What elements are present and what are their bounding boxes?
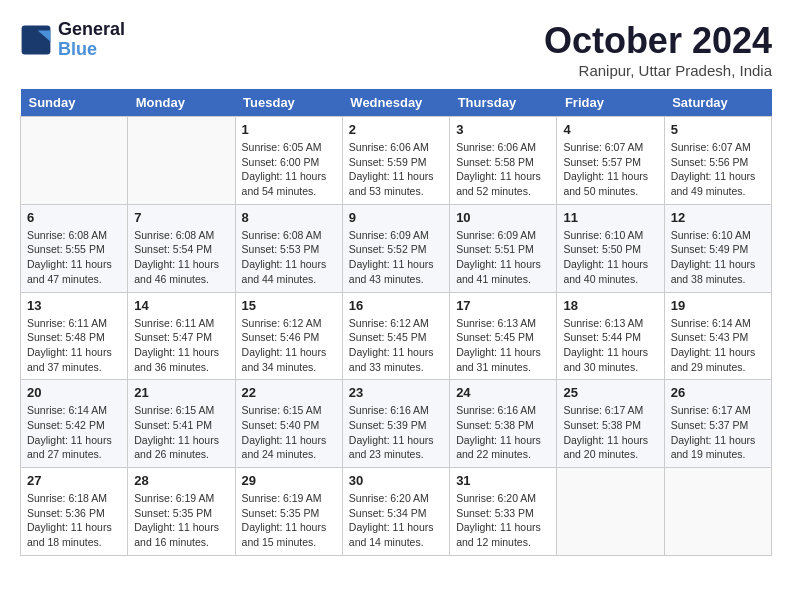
svg-rect-0 <box>22 25 51 54</box>
cell-details: Sunrise: 6:17 AM Sunset: 5:37 PM Dayligh… <box>671 403 765 462</box>
calendar-cell: 25Sunrise: 6:17 AM Sunset: 5:38 PM Dayli… <box>557 380 664 468</box>
day-number: 27 <box>27 473 121 488</box>
cell-details: Sunrise: 6:14 AM Sunset: 5:42 PM Dayligh… <box>27 403 121 462</box>
logo-icon <box>20 24 52 56</box>
day-header-sunday: Sunday <box>21 89 128 117</box>
day-number: 30 <box>349 473 443 488</box>
calendar-cell <box>21 117 128 205</box>
day-number: 10 <box>456 210 550 225</box>
day-number: 28 <box>134 473 228 488</box>
cell-details: Sunrise: 6:06 AM Sunset: 5:58 PM Dayligh… <box>456 140 550 199</box>
day-number: 25 <box>563 385 657 400</box>
cell-details: Sunrise: 6:16 AM Sunset: 5:39 PM Dayligh… <box>349 403 443 462</box>
calendar-cell: 29Sunrise: 6:19 AM Sunset: 5:35 PM Dayli… <box>235 468 342 556</box>
calendar-cell: 12Sunrise: 6:10 AM Sunset: 5:49 PM Dayli… <box>664 204 771 292</box>
cell-details: Sunrise: 6:12 AM Sunset: 5:46 PM Dayligh… <box>242 316 336 375</box>
calendar-cell: 28Sunrise: 6:19 AM Sunset: 5:35 PM Dayli… <box>128 468 235 556</box>
calendar-cell: 7Sunrise: 6:08 AM Sunset: 5:54 PM Daylig… <box>128 204 235 292</box>
cell-details: Sunrise: 6:15 AM Sunset: 5:41 PM Dayligh… <box>134 403 228 462</box>
calendar-cell: 22Sunrise: 6:15 AM Sunset: 5:40 PM Dayli… <box>235 380 342 468</box>
calendar-cell <box>664 468 771 556</box>
calendar-cell: 9Sunrise: 6:09 AM Sunset: 5:52 PM Daylig… <box>342 204 449 292</box>
cell-details: Sunrise: 6:20 AM Sunset: 5:33 PM Dayligh… <box>456 491 550 550</box>
day-number: 15 <box>242 298 336 313</box>
day-number: 20 <box>27 385 121 400</box>
cell-details: Sunrise: 6:11 AM Sunset: 5:47 PM Dayligh… <box>134 316 228 375</box>
cell-details: Sunrise: 6:14 AM Sunset: 5:43 PM Dayligh… <box>671 316 765 375</box>
day-number: 1 <box>242 122 336 137</box>
day-header-monday: Monday <box>128 89 235 117</box>
cell-details: Sunrise: 6:11 AM Sunset: 5:48 PM Dayligh… <box>27 316 121 375</box>
calendar-cell: 4Sunrise: 6:07 AM Sunset: 5:57 PM Daylig… <box>557 117 664 205</box>
calendar-cell: 31Sunrise: 6:20 AM Sunset: 5:33 PM Dayli… <box>450 468 557 556</box>
calendar-cell: 24Sunrise: 6:16 AM Sunset: 5:38 PM Dayli… <box>450 380 557 468</box>
cell-details: Sunrise: 6:19 AM Sunset: 5:35 PM Dayligh… <box>134 491 228 550</box>
day-number: 29 <box>242 473 336 488</box>
cell-details: Sunrise: 6:07 AM Sunset: 5:57 PM Dayligh… <box>563 140 657 199</box>
location: Ranipur, Uttar Pradesh, India <box>544 62 772 79</box>
day-number: 31 <box>456 473 550 488</box>
calendar-cell: 19Sunrise: 6:14 AM Sunset: 5:43 PM Dayli… <box>664 292 771 380</box>
day-number: 17 <box>456 298 550 313</box>
calendar-cell: 30Sunrise: 6:20 AM Sunset: 5:34 PM Dayli… <box>342 468 449 556</box>
day-number: 22 <box>242 385 336 400</box>
calendar-cell: 20Sunrise: 6:14 AM Sunset: 5:42 PM Dayli… <box>21 380 128 468</box>
cell-details: Sunrise: 6:09 AM Sunset: 5:51 PM Dayligh… <box>456 228 550 287</box>
day-header-tuesday: Tuesday <box>235 89 342 117</box>
calendar-cell: 3Sunrise: 6:06 AM Sunset: 5:58 PM Daylig… <box>450 117 557 205</box>
day-number: 21 <box>134 385 228 400</box>
day-number: 7 <box>134 210 228 225</box>
calendar-cell: 17Sunrise: 6:13 AM Sunset: 5:45 PM Dayli… <box>450 292 557 380</box>
day-number: 3 <box>456 122 550 137</box>
calendar-cell <box>128 117 235 205</box>
day-number: 18 <box>563 298 657 313</box>
calendar-cell: 21Sunrise: 6:15 AM Sunset: 5:41 PM Dayli… <box>128 380 235 468</box>
day-number: 6 <box>27 210 121 225</box>
cell-details: Sunrise: 6:12 AM Sunset: 5:45 PM Dayligh… <box>349 316 443 375</box>
calendar-cell: 13Sunrise: 6:11 AM Sunset: 5:48 PM Dayli… <box>21 292 128 380</box>
cell-details: Sunrise: 6:10 AM Sunset: 5:49 PM Dayligh… <box>671 228 765 287</box>
day-number: 2 <box>349 122 443 137</box>
calendar-cell: 6Sunrise: 6:08 AM Sunset: 5:55 PM Daylig… <box>21 204 128 292</box>
cell-details: Sunrise: 6:08 AM Sunset: 5:54 PM Dayligh… <box>134 228 228 287</box>
cell-details: Sunrise: 6:15 AM Sunset: 5:40 PM Dayligh… <box>242 403 336 462</box>
logo: General Blue <box>20 20 125 60</box>
calendar-cell: 23Sunrise: 6:16 AM Sunset: 5:39 PM Dayli… <box>342 380 449 468</box>
cell-details: Sunrise: 6:13 AM Sunset: 5:44 PM Dayligh… <box>563 316 657 375</box>
cell-details: Sunrise: 6:19 AM Sunset: 5:35 PM Dayligh… <box>242 491 336 550</box>
cell-details: Sunrise: 6:16 AM Sunset: 5:38 PM Dayligh… <box>456 403 550 462</box>
calendar-table: SundayMondayTuesdayWednesdayThursdayFrid… <box>20 89 772 556</box>
calendar-cell: 15Sunrise: 6:12 AM Sunset: 5:46 PM Dayli… <box>235 292 342 380</box>
cell-details: Sunrise: 6:06 AM Sunset: 5:59 PM Dayligh… <box>349 140 443 199</box>
day-number: 14 <box>134 298 228 313</box>
page-header: General Blue October 2024 Ranipur, Uttar… <box>20 20 772 79</box>
day-header-wednesday: Wednesday <box>342 89 449 117</box>
cell-details: Sunrise: 6:18 AM Sunset: 5:36 PM Dayligh… <box>27 491 121 550</box>
day-number: 11 <box>563 210 657 225</box>
month-title: October 2024 <box>544 20 772 62</box>
title-block: October 2024 Ranipur, Uttar Pradesh, Ind… <box>544 20 772 79</box>
cell-details: Sunrise: 6:08 AM Sunset: 5:55 PM Dayligh… <box>27 228 121 287</box>
day-number: 9 <box>349 210 443 225</box>
calendar-cell: 8Sunrise: 6:08 AM Sunset: 5:53 PM Daylig… <box>235 204 342 292</box>
cell-details: Sunrise: 6:17 AM Sunset: 5:38 PM Dayligh… <box>563 403 657 462</box>
calendar-cell: 5Sunrise: 6:07 AM Sunset: 5:56 PM Daylig… <box>664 117 771 205</box>
day-number: 4 <box>563 122 657 137</box>
day-number: 13 <box>27 298 121 313</box>
week-row-1: 1Sunrise: 6:05 AM Sunset: 6:00 PM Daylig… <box>21 117 772 205</box>
day-number: 5 <box>671 122 765 137</box>
day-number: 26 <box>671 385 765 400</box>
week-row-3: 13Sunrise: 6:11 AM Sunset: 5:48 PM Dayli… <box>21 292 772 380</box>
day-number: 19 <box>671 298 765 313</box>
cell-details: Sunrise: 6:20 AM Sunset: 5:34 PM Dayligh… <box>349 491 443 550</box>
calendar-cell: 16Sunrise: 6:12 AM Sunset: 5:45 PM Dayli… <box>342 292 449 380</box>
calendar-cell: 14Sunrise: 6:11 AM Sunset: 5:47 PM Dayli… <box>128 292 235 380</box>
day-number: 24 <box>456 385 550 400</box>
day-header-friday: Friday <box>557 89 664 117</box>
calendar-cell: 11Sunrise: 6:10 AM Sunset: 5:50 PM Dayli… <box>557 204 664 292</box>
logo-text: General Blue <box>58 20 125 60</box>
calendar-cell <box>557 468 664 556</box>
cell-details: Sunrise: 6:09 AM Sunset: 5:52 PM Dayligh… <box>349 228 443 287</box>
day-header-thursday: Thursday <box>450 89 557 117</box>
calendar-cell: 27Sunrise: 6:18 AM Sunset: 5:36 PM Dayli… <box>21 468 128 556</box>
